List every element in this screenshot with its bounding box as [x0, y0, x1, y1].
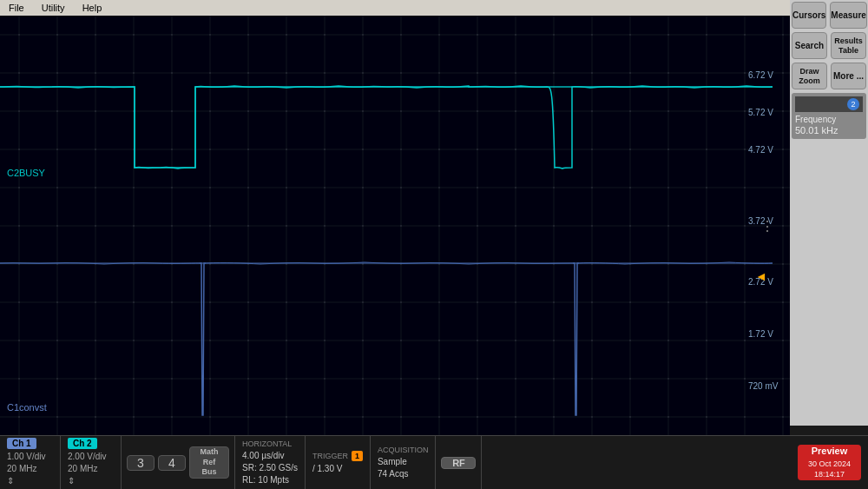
- ch2-header: Ch 2: [68, 438, 114, 449]
- svg-text:C2: C2: [7, 168, 19, 178]
- trigger-header: Trigger 1: [312, 451, 363, 461]
- btn3[interactable]: 3: [127, 455, 155, 471]
- horizontal-title: Horizontal: [242, 439, 298, 448]
- math-ref-bus-button[interactable]: Horizontal MathRefBus: [189, 446, 229, 479]
- svg-text:C1: C1: [7, 402, 19, 413]
- ch2-section: Ch 2 2.00 V/div 20 MHz ⇕: [61, 436, 122, 489]
- menubar: File Utility Help: [0, 0, 868, 16]
- svg-text:720 mV: 720 mV: [748, 381, 779, 391]
- svg-text:1.72 V: 1.72 V: [748, 329, 773, 339]
- ch2-badge[interactable]: Ch 2: [68, 438, 97, 449]
- rf-button[interactable]: RF: [441, 457, 476, 469]
- acq-title: Acquisition: [378, 446, 429, 454]
- svg-text:6.72 V: 6.72 V: [748, 70, 773, 80]
- measure-button[interactable]: Measure: [830, 2, 867, 29]
- horizontal-section: Horizontal 4.00 µs/div SR: 2.50 GS/s RL:…: [235, 436, 306, 489]
- trigger-badge: 1: [352, 451, 363, 461]
- num-buttons: 3 4 Horizontal MathRefBus: [122, 436, 235, 489]
- preview-button[interactable]: Preview 30 Oct 2024 18:14:17: [798, 445, 861, 480]
- svg-text:convst: convst: [19, 402, 47, 413]
- trigger-section: Trigger 1 / 1.30 V: [306, 436, 371, 489]
- meas-frequency-label: Frequency: [795, 114, 863, 125]
- draw-zoom-more-pair: Draw Zoom More ...: [790, 61, 868, 91]
- ch1-header: Ch 1: [7, 438, 53, 449]
- svg-text:◄: ◄: [755, 269, 767, 283]
- menu-help[interactable]: Help: [74, 0, 111, 16]
- results-table-button[interactable]: Results Table: [831, 32, 866, 59]
- svg-rect-5: [0, 16, 790, 435]
- ch1-info: 1.00 V/div 20 MHz ⇕: [7, 451, 53, 487]
- cursors-measure-pair: Cursors Measure: [790, 0, 868, 30]
- meas-badge-number: 2: [847, 98, 859, 110]
- preview-section: Preview 30 Oct 2024 18:14:17: [482, 436, 868, 489]
- horizontal-values: 4.00 µs/div SR: 2.50 GS/s RL: 10 Mpts: [242, 450, 298, 486]
- more-button[interactable]: More ...: [831, 63, 866, 89]
- acq-values: Sample 74 Acqs: [378, 456, 429, 480]
- cursors-button[interactable]: Cursors: [792, 2, 826, 29]
- btn4[interactable]: 4: [158, 455, 186, 471]
- svg-text:⋮: ⋮: [760, 219, 774, 234]
- draw-zoom-button[interactable]: Draw Zoom: [792, 63, 827, 89]
- scope-display: ▼: [0, 16, 790, 435]
- menu-utility[interactable]: Utility: [33, 0, 74, 16]
- trigger-info: / 1.30 V: [312, 463, 363, 475]
- svg-text:5.72 V: 5.72 V: [748, 108, 773, 117]
- meas-badge-header: 2: [795, 96, 863, 112]
- ch1-section: Ch 1 1.00 V/div 20 MHz ⇕: [0, 436, 61, 489]
- ch1-badge[interactable]: Ch 1: [7, 438, 36, 449]
- bottom-bar: Ch 1 1.00 V/div 20 MHz ⇕ Ch 2 2.00 V/div…: [0, 435, 868, 489]
- search-results-pair: Search Results Table: [790, 30, 868, 61]
- ch2-info: 2.00 V/div 20 MHz ⇕: [68, 451, 114, 487]
- svg-text:4.72 V: 4.72 V: [748, 145, 773, 155]
- meas-frequency-value: 50.01 kHz: [795, 125, 863, 135]
- measurement-badge: 2 Frequency 50.01 kHz: [792, 93, 866, 139]
- rf-section: RF: [436, 436, 482, 489]
- search-button[interactable]: Search: [792, 32, 827, 59]
- waveform-svg: 6.72 V 5.72 V 4.72 V 3.72 V 2.72 V 1.72 …: [0, 16, 790, 435]
- menu-file[interactable]: File: [0, 0, 33, 16]
- svg-text:BUSY: BUSY: [19, 168, 46, 178]
- acquisition-section: Acquisition Sample 74 Acqs: [371, 436, 437, 489]
- trigger-title: Trigger: [312, 452, 348, 460]
- right-panel: Cursors Measure Search Results Table Dra…: [790, 0, 868, 426]
